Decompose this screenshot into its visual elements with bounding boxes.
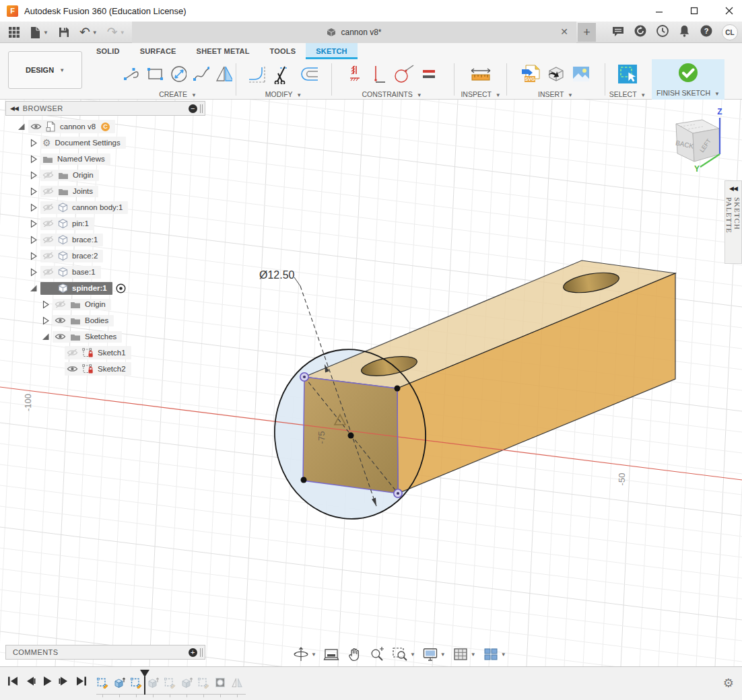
- select-tool-icon[interactable]: [617, 63, 638, 85]
- timeline-feature-sketch[interactable]: [96, 676, 108, 689]
- tab-close-icon[interactable]: ✕: [559, 26, 570, 37]
- minimize-button[interactable]: [653, 5, 665, 17]
- fix-constraint-icon[interactable]: [348, 65, 366, 83]
- browser-row-joints[interactable]: Joints: [5, 183, 205, 199]
- panel-resize-grip[interactable]: [200, 104, 203, 113]
- timeline-feature-sketch[interactable]: [197, 676, 209, 689]
- tree-expand-icon[interactable]: [28, 268, 38, 277]
- notification-center-icon[interactable]: [656, 24, 669, 40]
- job-status-icon[interactable]: [634, 24, 647, 40]
- tree-expand-icon[interactable]: [28, 139, 38, 147]
- visibility-off-icon[interactable]: [42, 268, 54, 276]
- line-tool-icon[interactable]: [123, 65, 140, 83]
- visibility-off-icon[interactable]: [67, 349, 78, 357]
- orbit-button[interactable]: ▼: [292, 646, 318, 662]
- tree-collapse-icon[interactable]: [28, 284, 38, 293]
- browser-header[interactable]: ◀◀ BROWSER −: [5, 101, 205, 116]
- tangent-constraint-icon[interactable]: [393, 64, 415, 84]
- timeline-position-marker[interactable]: [139, 670, 150, 698]
- tree-expand-icon[interactable]: [28, 219, 38, 228]
- fillet-tool-icon[interactable]: [247, 65, 267, 83]
- tree-collapse-icon[interactable]: [40, 332, 50, 341]
- tree-expand-icon[interactable]: [28, 252, 38, 260]
- tree-expand-icon[interactable]: [28, 171, 38, 180]
- document-tab[interactable]: cannon v8* ✕: [132, 22, 576, 43]
- browser-row-sketch1[interactable]: Sketch1: [5, 345, 205, 361]
- viewports-button[interactable]: ▼: [481, 646, 508, 662]
- circle-tool-icon[interactable]: [169, 65, 187, 83]
- browser-row-cannon-v8[interactable]: cannon v8C: [5, 118, 205, 135]
- tree-expand-icon[interactable]: [28, 203, 38, 212]
- browser-row-sketch2[interactable]: Sketch2: [5, 361, 205, 377]
- equal-constraint-icon[interactable]: [421, 67, 436, 81]
- visibility-off-icon[interactable]: [42, 187, 54, 195]
- tree-expand-icon[interactable]: [40, 316, 50, 325]
- spline-tool-icon[interactable]: [193, 65, 209, 83]
- maximize-button[interactable]: [688, 5, 700, 17]
- visibility-off-icon[interactable]: [42, 171, 54, 179]
- viewport-canvas[interactable]: -100 -75 -50 Ø12.50: [0, 100, 742, 666]
- browser-row-origin[interactable]: Origin: [5, 296, 205, 312]
- step-forward-button[interactable]: [59, 675, 69, 687]
- comments-icon[interactable]: [611, 25, 625, 40]
- save-button[interactable]: [55, 23, 73, 42]
- visibility-off-icon[interactable]: [42, 236, 54, 244]
- inspect-group-label[interactable]: INSPECT ▼: [457, 90, 505, 98]
- visibility-off-icon[interactable]: [42, 219, 54, 228]
- ribbon-tab-sheet-metal[interactable]: SHEET METAL: [187, 43, 260, 59]
- help-icon[interactable]: ?: [700, 24, 713, 40]
- tree-expand-icon[interactable]: [28, 155, 38, 164]
- add-comment-icon[interactable]: +: [189, 648, 197, 657]
- step-back-button[interactable]: [25, 675, 36, 687]
- offset-tool-icon[interactable]: [300, 65, 320, 83]
- vertical-horizontal-constraint-icon[interactable]: [372, 65, 386, 83]
- insert-mesh-icon[interactable]: [547, 65, 566, 83]
- sketch-point[interactable]: [395, 386, 401, 392]
- browser-row-base-1[interactable]: base:1: [5, 264, 205, 280]
- visibility-on-icon[interactable]: [55, 316, 66, 324]
- visibility-on-icon[interactable]: [30, 123, 42, 131]
- ribbon-tab-surface[interactable]: SURFACE: [130, 43, 187, 59]
- close-button[interactable]: [723, 5, 735, 17]
- select-group-label[interactable]: SELECT ▼: [606, 90, 649, 98]
- redo-button[interactable]: ↷ ▼: [104, 23, 128, 42]
- zoom-button[interactable]: [368, 646, 386, 662]
- browser-row-bodies[interactable]: Bodies: [5, 312, 205, 328]
- workspace-selector[interactable]: DESIGN ▼: [8, 51, 82, 89]
- visibility-off-icon[interactable]: [55, 300, 66, 308]
- timeline-feature-extrude[interactable]: [113, 676, 125, 689]
- browser-row-cannon-body-1[interactable]: cannon body:1: [5, 199, 205, 215]
- activate-component-radio[interactable]: [116, 283, 126, 293]
- mirror-tool-icon[interactable]: [215, 65, 232, 83]
- tree-expand-icon[interactable]: [28, 187, 38, 196]
- timeline-feature-extrude[interactable]: [180, 676, 193, 689]
- ribbon-tab-tools[interactable]: TOOLS: [260, 43, 306, 59]
- sketch-point-constrained[interactable]: [300, 373, 308, 381]
- app-grid-icon[interactable]: [5, 23, 23, 42]
- sketch-palette-tab[interactable]: ◀◀ SKETCH PALETTE: [724, 180, 742, 264]
- collapse-panel-icon[interactable]: ◀◀: [10, 105, 18, 112]
- trim-tool-icon[interactable]: [273, 64, 294, 84]
- display-settings-button[interactable]: ▼: [421, 646, 447, 662]
- timeline-settings-gear-icon[interactable]: ⚙: [723, 676, 734, 690]
- go-to-start-button[interactable]: [7, 675, 19, 687]
- view-cube[interactable]: BACK LEFT Z Y: [675, 107, 722, 174]
- tree-expand-icon[interactable]: [28, 236, 38, 244]
- modify-group-label[interactable]: MODIFY ▼: [239, 90, 328, 98]
- pan-button[interactable]: [345, 646, 364, 662]
- sketch-point-center[interactable]: [348, 433, 354, 439]
- zoom-window-button[interactable]: ▼: [391, 646, 417, 662]
- new-tab-button[interactable]: +: [578, 23, 596, 42]
- browser-row-sketches[interactable]: Sketches: [5, 328, 205, 345]
- measure-tool-icon[interactable]: [469, 65, 492, 83]
- dimension-text[interactable]: Ø12.50: [259, 269, 295, 281]
- tree-expand-icon[interactable]: [40, 300, 50, 309]
- tree-collapse-icon[interactable]: [16, 123, 26, 131]
- play-button[interactable]: [42, 675, 53, 687]
- file-menu-button[interactable]: ▼: [27, 23, 51, 42]
- browser-row-origin[interactable]: Origin: [5, 167, 205, 183]
- undo-button[interactable]: ↶ ▼: [77, 23, 100, 42]
- browser-row-named-views[interactable]: Named Views: [5, 151, 205, 167]
- insert-canvas-icon[interactable]: [572, 65, 591, 83]
- visibility-on-icon[interactable]: [42, 284, 54, 292]
